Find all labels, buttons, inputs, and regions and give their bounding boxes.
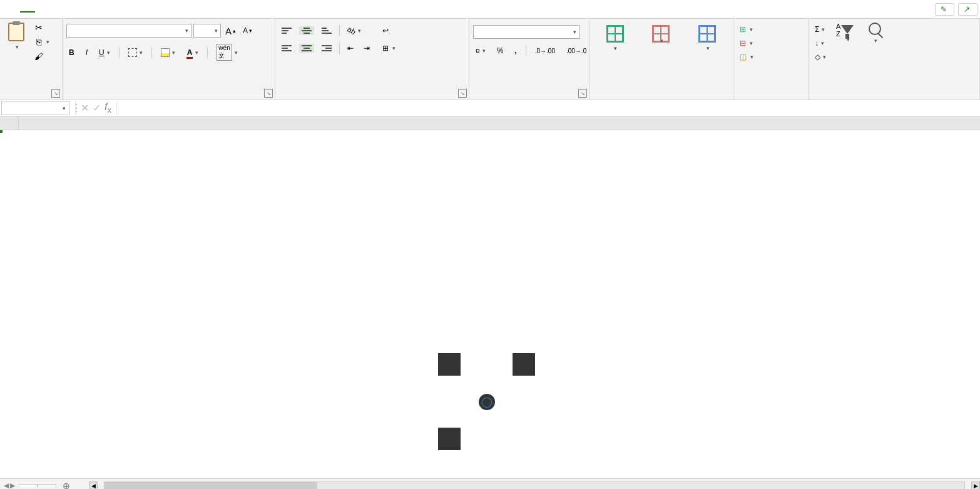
decrease-decimal-button[interactable]: .00→.0 [564,46,589,56]
cancel-formula-button[interactable]: ✕ [81,102,89,114]
select-all-corner[interactable] [0,116,19,130]
align-right-icon [322,45,332,51]
align-middle-button[interactable] [299,26,314,35]
format-as-table-button[interactable]: ▾ [648,24,673,45]
format-icon: ◫ [740,53,747,61]
menu-formula[interactable] [65,7,80,12]
increase-decimal-button[interactable]: .0→.00 [533,46,558,56]
align-center-button[interactable] [299,44,314,53]
cut-button[interactable]: ✂ [31,21,52,34]
sheet-tab-1[interactable] [19,484,38,487]
decrease-decimal-icon: .00→.0 [566,48,586,54]
hscroll-left[interactable]: ◀ [89,481,98,490]
bold-button[interactable]: B [66,47,77,58]
align-right-button[interactable] [319,44,334,53]
comment-icon: ✎ [941,5,947,14]
clipboard-icon [8,23,24,41]
menu-data[interactable] [80,7,95,12]
copy-icon: ⎘ [34,37,44,47]
italic-button[interactable]: I [83,47,90,58]
font-size-select[interactable]: ▾ [193,24,221,38]
group-label-alignment [279,96,465,97]
merge-center-button[interactable]: ⊞▾ [380,43,398,54]
cell-styles-button[interactable]: ▾ [695,24,720,53]
fx-button[interactable]: fx [105,101,111,115]
group-label-styles [593,96,729,97]
decrease-font-button[interactable]: A▾ [240,25,255,36]
sort-filter-button[interactable]: AZ ▾ [835,21,860,44]
sheet-nav-next[interactable]: ▶ [10,481,15,489]
alignment-dialog-launcher[interactable]: ↘ [458,89,467,98]
menu-home[interactable] [20,6,35,13]
indent-increase-icon: ⇥ [364,44,370,53]
number-dialog-launcher[interactable]: ↘ [578,89,587,98]
ribbon: ▾ ✂ ⎘▾ 🖌 ↘ ▾ ▾ A▴ A▾ B I U▾ ▾ [0,19,980,100]
comma-icon: , [514,46,516,55]
confirm-formula-button[interactable]: ✓ [93,102,101,114]
border-button[interactable]: ▾ [126,47,145,58]
align-left-button[interactable] [279,44,294,53]
currency-button[interactable]: ¤▾ [473,45,488,56]
format-cells-button[interactable]: ◫▾ [737,51,756,63]
font-color-icon [186,48,193,57]
indent-decrease-button[interactable]: ⇤ [345,43,356,54]
align-bottom-button[interactable] [319,26,334,35]
increase-decimal-icon: .0→.00 [535,48,555,54]
paste-button[interactable]: ▾ [4,21,29,51]
sheet-nav-prev[interactable]: ◀ [4,481,9,489]
ribbon-group-alignment: ab▾ ⇤ ⇥ ↩ ⊞▾ ↘ [275,19,469,100]
font-dialog-launcher[interactable]: ↘ [264,89,273,98]
phonetic-button[interactable]: wén文▾ [214,43,240,62]
font-color-button[interactable]: ▾ [184,47,202,58]
menu-pdftools[interactable] [155,7,170,12]
autosum-button[interactable]: Σ▾ [812,24,829,35]
fill-button[interactable]: ↓▾ [812,38,829,49]
column-headers [0,116,980,130]
funnel-icon [841,25,854,34]
align-middle-icon [302,28,312,34]
clear-button[interactable]: ◇▾ [812,51,829,63]
magnifier-icon [869,23,881,35]
menu-pagelayout[interactable] [50,7,65,12]
menu-insert[interactable] [35,7,50,12]
align-top-button[interactable] [279,26,294,35]
conditional-format-button[interactable]: ▾ [603,24,628,53]
share-icon: ↗ [964,5,970,14]
menu-devtools[interactable] [125,7,140,12]
annotate-button[interactable]: ✎ [935,3,954,16]
group-label-editing [812,96,976,97]
menu-view[interactable] [110,7,125,12]
fill-color-button[interactable]: ▾ [158,47,178,58]
add-sheet-button[interactable]: ⊕ [56,481,76,490]
qr-finder-tl [438,353,461,376]
copy-button[interactable]: ⎘▾ [31,36,52,48]
menu-file[interactable] [5,7,20,12]
percent-button[interactable]: % [494,45,506,56]
grid-area[interactable]: ◯ [0,116,980,478]
increase-font-button[interactable]: A▴ [223,24,238,38]
delete-cells-button[interactable]: ⊟▾ [737,38,755,49]
hscroll-right[interactable]: ▶ [971,481,980,490]
hscroll-thumb[interactable] [105,482,317,490]
qr-finder-bl [438,428,461,450]
horizontal-scrollbar[interactable] [104,481,965,490]
insert-cells-button[interactable]: ⊞▾ [737,24,755,35]
find-select-button[interactable]: ▾ [862,21,887,45]
menu-help[interactable] [140,7,155,12]
number-format-select[interactable]: ▾ [473,25,579,39]
format-painter-button[interactable]: 🖌 [31,50,52,63]
share-button[interactable]: ↗ [958,3,977,16]
clipboard-dialog-launcher[interactable]: ↘ [51,89,60,98]
name-box[interactable]: ▾ [1,101,70,115]
delete-icon: ⊟ [740,39,746,48]
orientation-button[interactable]: ab▾ [345,25,364,36]
wrap-text-button[interactable]: ↩ [380,25,398,36]
underline-button[interactable]: U▾ [96,47,113,58]
ribbon-group-cells: ⊞▾ ⊟▾ ◫▾ [733,19,809,100]
menu-review[interactable] [95,7,110,12]
comma-button[interactable]: , [512,45,519,56]
indent-increase-button[interactable]: ⇥ [361,43,372,54]
brush-icon: 🖌 [34,51,44,61]
font-name-select[interactable]: ▾ [66,24,191,38]
sheet-tab-transpose[interactable] [38,484,56,487]
